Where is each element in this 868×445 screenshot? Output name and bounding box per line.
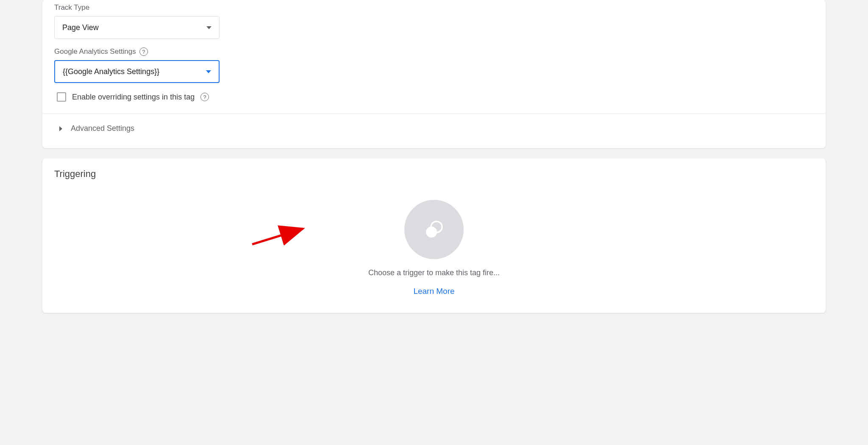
ga-settings-label: Google Analytics Settings ?: [54, 47, 814, 56]
track-type-value: Page View: [62, 23, 99, 32]
override-settings-row: Enable overriding settings in this tag ?: [57, 92, 814, 102]
triggering-title: Triggering: [54, 169, 814, 180]
chevron-right-icon: [59, 126, 62, 131]
track-type-select[interactable]: Page View: [54, 16, 220, 39]
svg-line-1: [252, 229, 303, 244]
caret-down-icon: [206, 70, 211, 73]
trigger-icon: [423, 218, 445, 240]
learn-more-link[interactable]: Learn More: [413, 287, 454, 296]
ga-settings-label-text: Google Analytics Settings: [54, 47, 136, 56]
track-type-label-text: Track Type: [54, 3, 89, 12]
annotation-arrow-icon: [250, 225, 309, 246]
advanced-settings-toggle[interactable]: Advanced Settings: [54, 114, 814, 140]
override-label: Enable overriding settings in this tag: [72, 93, 195, 102]
tag-config-card: Track Type Page View Google Analytics Se…: [42, 0, 826, 148]
advanced-settings-label: Advanced Settings: [71, 124, 134, 133]
override-checkbox[interactable]: [57, 92, 66, 102]
caret-down-icon: [206, 26, 211, 29]
track-type-label: Track Type: [54, 3, 814, 12]
choose-trigger-button[interactable]: [404, 200, 464, 259]
help-icon[interactable]: ?: [139, 47, 148, 56]
trigger-placeholder-text: Choose a trigger to make this tag fire..…: [368, 268, 500, 277]
trigger-placeholder: Choose a trigger to make this tag fire..…: [54, 200, 814, 296]
ga-settings-value: {{Google Analytics Settings}}: [63, 67, 159, 76]
ga-settings-select[interactable]: {{Google Analytics Settings}}: [54, 60, 220, 83]
triggering-card: Triggering Choose a trigger to make this…: [42, 158, 826, 313]
help-icon[interactable]: ?: [200, 93, 209, 101]
